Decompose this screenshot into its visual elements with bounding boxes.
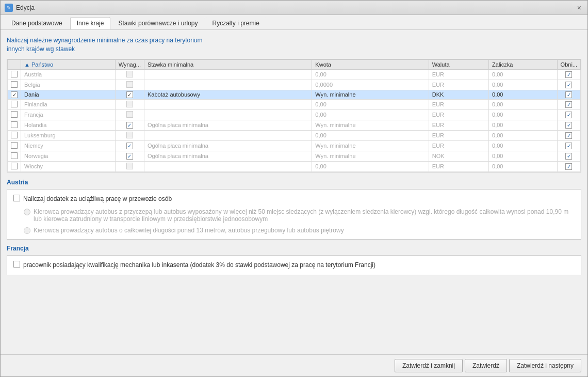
francja-section-header: Francja <box>7 245 581 252</box>
row-obni[interactable] <box>565 91 572 98</box>
austria-checkbox-label[interactable]: Naliczaj dodatek za uciążliwą pracę w pr… <box>13 195 575 203</box>
table-row[interactable]: Norwegia Ogólna płaca minimalna Wyn. min… <box>8 151 581 161</box>
row-check[interactable] <box>11 81 18 88</box>
table-row[interactable]: Luksemburg 0,00 EUR 0,00 <box>8 130 581 140</box>
row-wynag-cell[interactable] <box>115 161 144 171</box>
row-check-cell[interactable] <box>8 69 21 80</box>
row-wynag[interactable] <box>126 71 133 77</box>
row-wynag-cell[interactable] <box>115 99 144 109</box>
row-check[interactable] <box>11 121 18 128</box>
tab-inne-kraje[interactable]: Inne kraje <box>70 17 111 29</box>
row-panstwo: Włochy <box>21 161 116 171</box>
row-obni-cell[interactable] <box>557 69 580 80</box>
row-wynag[interactable] <box>126 163 133 169</box>
row-wynag-cell[interactable] <box>115 69 144 80</box>
row-check-cell[interactable] <box>8 151 21 161</box>
row-stawka <box>144 130 312 140</box>
row-check-cell[interactable] <box>8 140 21 151</box>
row-check-cell[interactable] <box>8 109 21 120</box>
row-wynag[interactable] <box>126 122 133 129</box>
row-check[interactable] <box>11 163 18 169</box>
table-row[interactable]: Francja 0,00 EUR 0,00 <box>8 109 581 120</box>
table-row[interactable]: Belgia 0,0000 EUR 0,00 <box>8 80 581 90</box>
tab-bar: Dane podstawowe Inne kraje Stawki porówn… <box>1 15 587 30</box>
table-row[interactable]: Niemcy Ogólna płaca minimalna Wyn. minim… <box>8 140 581 151</box>
row-wynag-cell[interactable] <box>115 109 144 120</box>
row-wynag[interactable] <box>126 81 133 88</box>
row-check[interactable] <box>11 142 18 149</box>
row-obni-cell[interactable] <box>557 120 580 130</box>
row-waluta: EUR <box>429 69 488 80</box>
row-obni[interactable] <box>565 82 572 88</box>
row-wynag-cell[interactable] <box>115 80 144 90</box>
row-panstwo: Belgia <box>21 80 116 90</box>
row-check-cell[interactable] <box>8 80 21 90</box>
row-obni[interactable] <box>565 112 572 118</box>
francja-checkbox-label[interactable]: pracownik posiadający kwalifikację mecha… <box>13 261 575 270</box>
row-check-cell[interactable] <box>8 120 21 130</box>
austria-radio-1[interactable]: Kierowca prowadzący autobus z przyczepą … <box>24 208 575 223</box>
row-obni-cell[interactable] <box>557 109 580 120</box>
col-panstwo[interactable]: ▲ Państwo <box>21 59 116 69</box>
row-wynag-cell[interactable] <box>115 120 144 130</box>
row-obni[interactable] <box>565 132 572 139</box>
francja-checkbox-text: pracownik posiadający kwalifikację mecha… <box>23 261 375 270</box>
table-row[interactable]: Włochy 0,00 EUR 0,00 <box>8 161 581 171</box>
francja-checkbox[interactable] <box>13 261 20 268</box>
row-check[interactable] <box>11 71 18 77</box>
row-wynag-cell[interactable] <box>115 130 144 140</box>
instruction-line2: innych krajów wg stawek <box>7 45 75 53</box>
btn-zatwierdz-nastepny[interactable]: Zatwierdź i następny <box>509 359 581 372</box>
row-check[interactable] <box>11 111 18 118</box>
row-obni[interactable] <box>565 143 572 149</box>
row-obni-cell[interactable] <box>557 80 580 90</box>
row-obni-cell[interactable] <box>557 90 580 99</box>
row-obni[interactable] <box>565 71 572 78</box>
row-obni[interactable] <box>565 122 572 129</box>
row-obni[interactable] <box>565 163 572 170</box>
row-wynag-cell[interactable] <box>115 140 144 151</box>
row-obni-cell[interactable] <box>557 161 580 171</box>
row-obni-cell[interactable] <box>557 99 580 109</box>
tab-dane-podstawowe[interactable]: Dane podstawowe <box>5 17 69 29</box>
row-check-cell[interactable] <box>8 90 21 99</box>
table-row[interactable]: Austria 0,00 EUR 0,00 <box>8 69 581 80</box>
row-wynag[interactable] <box>126 111 133 118</box>
row-check[interactable] <box>11 152 18 159</box>
row-obni-cell[interactable] <box>557 151 580 161</box>
col-waluta: Waluta <box>429 59 488 69</box>
row-wynag[interactable] <box>126 132 133 138</box>
table-row[interactable]: Finlandia 0,00 EUR 0,00 <box>8 99 581 109</box>
row-obni[interactable] <box>565 101 572 108</box>
row-zaliczka: 0,00 <box>489 99 558 109</box>
row-wynag[interactable] <box>126 101 133 107</box>
row-obni[interactable] <box>565 153 572 160</box>
row-stawka <box>144 161 312 171</box>
row-check[interactable] <box>11 132 18 138</box>
close-button[interactable]: × <box>575 3 583 13</box>
row-check[interactable] <box>11 91 18 98</box>
row-waluta: DKK <box>429 90 488 99</box>
row-obni-cell[interactable] <box>557 130 580 140</box>
table-row[interactable]: Holandia Ogólna płaca minimalna Wyn. min… <box>8 120 581 130</box>
row-obni-cell[interactable] <box>557 140 580 151</box>
row-stawka: Ogólna płaca minimalna <box>144 151 312 161</box>
btn-zatwierdz-zamknij[interactable]: Zatwierdź i zamknij <box>395 359 463 372</box>
row-wynag-cell[interactable] <box>115 90 144 99</box>
row-wynag-cell[interactable] <box>115 151 144 161</box>
btn-zatwierdz[interactable]: Zatwierdź <box>465 359 507 372</box>
row-wynag[interactable] <box>126 91 133 98</box>
row-check-cell[interactable] <box>8 130 21 140</box>
austria-radio-2[interactable]: Kierowca prowadzący autobus o całkowitej… <box>24 227 575 234</box>
row-kwota: Wyn. minimalne <box>312 120 429 130</box>
row-wynag[interactable] <box>126 143 133 149</box>
austria-checkbox[interactable] <box>13 195 20 201</box>
tab-ryczalty[interactable]: Ryczałty i premie <box>206 17 266 29</box>
tab-stawki-porownawcze[interactable]: Stawki porównawcze i urlopy <box>111 17 204 29</box>
austria-radio-2-text: Kierowca prowadzący autobus o całkowitej… <box>34 227 344 234</box>
row-check-cell[interactable] <box>8 161 21 171</box>
row-check-cell[interactable] <box>8 99 21 109</box>
row-check[interactable] <box>11 101 18 107</box>
row-wynag[interactable] <box>126 153 133 160</box>
table-row[interactable]: Dania Kabotaż autobusowy Wyn. minimalne … <box>8 90 581 99</box>
